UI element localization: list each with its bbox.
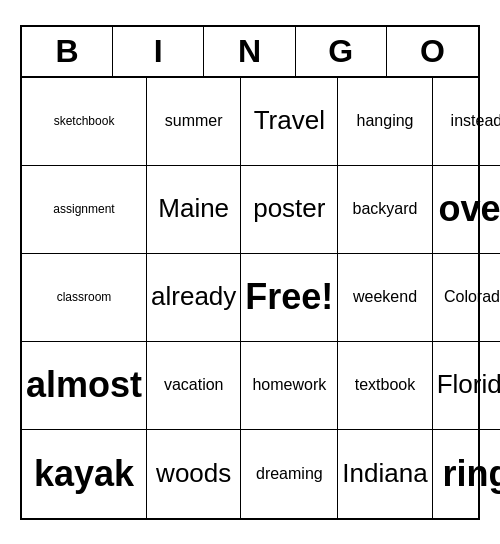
cell-text: instead bbox=[451, 111, 500, 130]
bingo-cell[interactable]: summer bbox=[147, 78, 241, 166]
cell-text: dreaming bbox=[256, 464, 323, 483]
cell-text: textbook bbox=[355, 375, 415, 394]
bingo-cell[interactable]: assignment bbox=[22, 166, 147, 254]
bingo-cell[interactable]: already bbox=[147, 254, 241, 342]
cell-text: assignment bbox=[53, 202, 114, 216]
cell-text: weekend bbox=[353, 287, 417, 306]
bingo-cell[interactable]: backyard bbox=[338, 166, 432, 254]
header-letter: B bbox=[22, 27, 113, 76]
bingo-cell[interactable]: Florida bbox=[433, 342, 500, 430]
cell-text: summer bbox=[165, 111, 223, 130]
bingo-card: BINGO sketchbooksummerTravelhanginginste… bbox=[20, 25, 480, 520]
cell-text: Florida bbox=[437, 369, 500, 400]
cell-text: ring bbox=[442, 452, 500, 495]
cell-text: classroom bbox=[57, 290, 112, 304]
cell-text: homework bbox=[252, 375, 326, 394]
bingo-cell[interactable]: Travel bbox=[241, 78, 338, 166]
bingo-cell[interactable]: dreaming bbox=[241, 430, 338, 518]
cell-text: poster bbox=[253, 193, 325, 224]
bingo-cell[interactable]: ring bbox=[433, 430, 500, 518]
bingo-cell[interactable]: Colorado bbox=[433, 254, 500, 342]
cell-text: Colorado bbox=[444, 287, 500, 306]
cell-text: already bbox=[151, 281, 236, 312]
bingo-cell[interactable]: weekend bbox=[338, 254, 432, 342]
bingo-cell[interactable]: woods bbox=[147, 430, 241, 518]
cell-text: over bbox=[438, 187, 500, 230]
bingo-cell[interactable]: poster bbox=[241, 166, 338, 254]
bingo-cell[interactable]: Free! bbox=[241, 254, 338, 342]
bingo-cell[interactable]: sketchbook bbox=[22, 78, 147, 166]
cell-text: Maine bbox=[158, 193, 229, 224]
header-letter: N bbox=[204, 27, 295, 76]
cell-text: Free! bbox=[245, 275, 333, 318]
cell-text: woods bbox=[156, 458, 231, 489]
bingo-cell[interactable]: hanging bbox=[338, 78, 432, 166]
bingo-cell[interactable]: homework bbox=[241, 342, 338, 430]
bingo-cell[interactable]: classroom bbox=[22, 254, 147, 342]
bingo-cell[interactable]: vacation bbox=[147, 342, 241, 430]
bingo-cell[interactable]: kayak bbox=[22, 430, 147, 518]
cell-text: almost bbox=[26, 363, 142, 406]
header-letter: O bbox=[387, 27, 478, 76]
bingo-cell[interactable]: over bbox=[433, 166, 500, 254]
bingo-grid: sketchbooksummerTravelhanginginsteadassi… bbox=[22, 78, 478, 518]
bingo-cell[interactable]: almost bbox=[22, 342, 147, 430]
header-letter: I bbox=[113, 27, 204, 76]
cell-text: Indiana bbox=[342, 458, 427, 489]
cell-text: backyard bbox=[353, 199, 418, 218]
cell-text: kayak bbox=[34, 452, 134, 495]
cell-text: vacation bbox=[164, 375, 224, 394]
cell-text: hanging bbox=[357, 111, 414, 130]
bingo-cell[interactable]: textbook bbox=[338, 342, 432, 430]
cell-text: sketchbook bbox=[54, 114, 115, 128]
bingo-cell[interactable]: instead bbox=[433, 78, 500, 166]
bingo-cell[interactable]: Indiana bbox=[338, 430, 432, 518]
header-letter: G bbox=[296, 27, 387, 76]
cell-text: Travel bbox=[254, 105, 325, 136]
bingo-cell[interactable]: Maine bbox=[147, 166, 241, 254]
bingo-header: BINGO bbox=[22, 27, 478, 78]
